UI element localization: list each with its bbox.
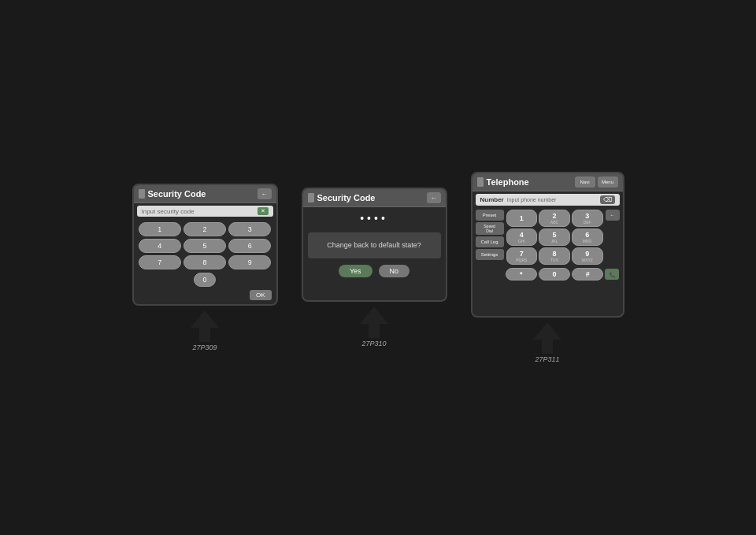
phone-key-6[interactable]: 6MNO [572,228,603,246]
screen1-arrow-stem [199,328,210,342]
screen2-wrapper: Security Code ← •••• Change back to defa… [302,188,447,347]
phone-key-7[interactable]: 7PQRS [506,247,538,265]
screen3-delete-button[interactable]: ⌫ [600,195,615,204]
key-9[interactable]: 9 [228,255,271,269]
title-bar-icon-2 [308,193,314,202]
security-code-screen-2: Security Code ← •••• Change back to defa… [302,188,447,302]
phone-key-5[interactable]: 5JKL [539,228,570,246]
call-btn-area: 📞 [605,269,619,280]
phone-key-0[interactable]: 0 [539,268,570,281]
phone-bottom-row: * 0 # 📞 [472,266,623,284]
screen1-arrow-icon [191,310,219,328]
screen3-header-btns: Navi Menu [575,176,618,188]
screen3-title-text: Telephone [487,177,529,187]
screen2-no-button[interactable]: No [379,265,410,277]
screen2-yes-no-row: Yes No [303,262,446,282]
screen2-dots: •••• [303,207,446,229]
screen2-title: Security Code [308,193,376,202]
preset-button[interactable]: Preset [476,210,504,221]
screen1-label: 27P309 [192,344,217,351]
key-1[interactable]: 1 [139,222,181,236]
phone-key-8[interactable]: 8TUV [539,247,570,265]
screen2-arrow-icon [360,307,388,324]
phone-key-1[interactable]: 1 [506,210,538,227]
screen2-header: Security Code ← [303,189,446,207]
key-5[interactable]: 5 [183,239,226,253]
screen1-back-icon: ← [261,191,268,198]
key-3[interactable]: 3 [228,222,271,236]
screen3-arrow-icon [533,322,561,340]
screen3-navi-button[interactable]: Navi [575,176,595,188]
main-container: Security Code ← Input security code ✕ 1 … [0,0,756,535]
title-bar-icon-1 [139,189,145,199]
call-log-button[interactable]: Call Log [476,236,504,247]
screen2-arrow [360,307,388,338]
phone-key-3[interactable]: 3DEF [572,210,603,227]
screen3-input-bar: Number Input phone number ⌫ [476,194,620,206]
screen2-title-text: Security Code [317,193,376,202]
screen3-wrapper: Telephone Navi Menu Number Input phone n… [471,172,624,363]
screen1-wrapper: Security Code ← Input security code ✕ 1 … [132,184,278,351]
key-4[interactable]: 4 [139,239,181,253]
screen2-yes-button[interactable]: Yes [339,265,372,277]
screen1-zero-row: 0 [134,273,276,290]
screen1-title-text: Security Code [148,189,206,199]
phone-keypad-area: Preset SpeedDial Call Log Settings 1 2AB… [472,208,623,266]
phone-key-star[interactable]: * [506,268,537,281]
screen1-back-button[interactable]: ← [258,188,272,199]
side-buttons-right: ← [606,210,620,265]
screen1-keypad: 1 2 3 4 5 6 7 8 9 [134,219,276,273]
security-code-screen-1: Security Code ← Input security code ✕ 1 … [132,184,278,306]
screen1-ok-row: OK [134,290,276,303]
key-8[interactable]: 8 [183,255,226,269]
screen1-input-bar: Input security code ✕ [137,206,273,217]
key-0[interactable]: 0 [194,273,216,287]
screen2-message: Change back to default state? [308,232,441,258]
screen3-menu-button[interactable]: Menu [598,176,618,188]
key-2[interactable]: 2 [183,222,226,236]
screen3-title: Telephone [477,177,529,187]
title-bar-icon-3 [477,177,484,187]
speed-dial-button[interactable]: SpeedDial [476,222,504,235]
screen3-subtitle: Input phone number [507,197,600,202]
telephone-screen: Telephone Navi Menu Number Input phone n… [471,172,624,318]
key-6[interactable]: 6 [228,239,271,253]
screen3-arrow [533,322,561,354]
screen2-back-icon: ← [431,195,437,202]
screen2-back-button[interactable]: ← [427,192,441,203]
phone-key-4[interactable]: 4GHI [506,228,538,246]
screen3-arrow-stem [542,340,553,354]
screen1-ok-button[interactable]: OK [250,290,272,300]
screen3-label: 27P311 [535,355,559,363]
screen1-clear-btn[interactable]: ✕ [258,207,269,215]
screen2-label: 27P310 [361,340,386,347]
phone-number-keypad: 1 2ABC 3DEF 4GHI 5JKL 6MNO 7PQRS 8TUV 9W… [506,210,603,265]
key-7[interactable]: 7 [139,255,181,269]
phone-key-hash[interactable]: # [572,268,603,281]
screen3-header: Telephone Navi Menu [472,173,623,191]
screen1-arrow [191,310,219,342]
screen1-title: Security Code [139,189,206,199]
phone-key-2[interactable]: 2ABC [539,210,570,227]
screen2-arrow-stem [369,324,380,338]
screen1-subtitle: Input security code [142,208,195,215]
phone-call-button[interactable]: 📞 [605,269,619,280]
screen1-header: Security Code ← [134,185,276,203]
side-buttons-left: Preset SpeedDial Call Log Settings [476,210,504,265]
settings-button[interactable]: Settings [476,249,504,260]
phone-key-9[interactable]: 9WXYZ [572,247,603,265]
phone-back-button[interactable]: ← [606,210,620,221]
